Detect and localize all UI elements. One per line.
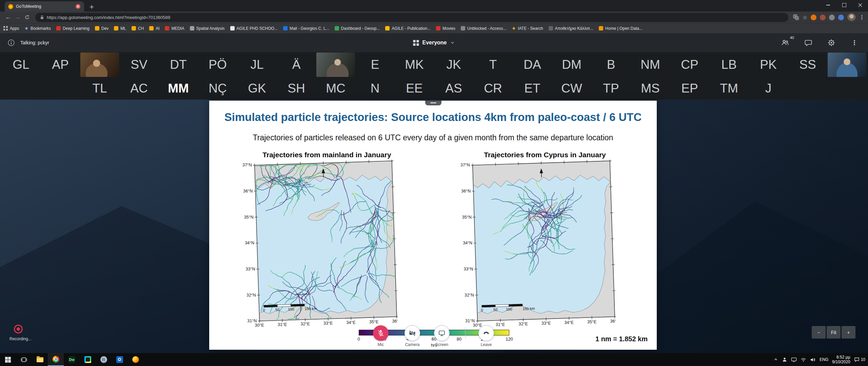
participant-tile[interactable]: SH [277, 77, 316, 100]
bookmark-item[interactable]: Deep Learning [56, 26, 90, 31]
zoom-out-button[interactable]: − [812, 326, 826, 339]
extension-icon-gray[interactable] [829, 15, 835, 20]
forward-button[interactable]: → [13, 13, 22, 22]
participant-tile[interactable]: DA [513, 52, 552, 77]
participant-tile[interactable]: ET [513, 77, 552, 100]
participant-tile[interactable]: AS [434, 77, 473, 100]
participant-tile[interactable]: EP [670, 77, 709, 100]
participant-tile[interactable]: TM [709, 77, 749, 100]
taskbar-browser-orange[interactable] [127, 353, 143, 366]
participant-tile[interactable]: GL [1, 52, 41, 77]
browser-tab-gotomeeting[interactable]: GoToMeeting [5, 1, 84, 12]
taskbar-chrome[interactable] [48, 353, 64, 366]
taskbar-outlook[interactable]: O [112, 353, 127, 366]
zoom-in-button[interactable]: + [842, 326, 855, 339]
participant-tile[interactable]: AP [41, 52, 80, 77]
bookmark-item[interactable]: CH [132, 26, 144, 31]
participant-tile[interactable]: TL [80, 77, 119, 100]
taskbar-start[interactable] [0, 353, 16, 366]
back-button[interactable]: ← [3, 13, 13, 22]
recording-indicator[interactable]: Recording... [9, 325, 40, 341]
bookmark-item[interactable]: ★Bookmarks [24, 26, 51, 31]
participant-tile[interactable]: Ä [277, 52, 316, 77]
participant-tile[interactable]: SS [788, 52, 827, 77]
participant-tile[interactable]: NÇ [198, 77, 237, 100]
audience-selector[interactable]: Everyone [413, 33, 455, 52]
browser-menu-icon[interactable] [859, 15, 865, 20]
participant-tile[interactable]: CP [670, 52, 709, 77]
bookmark-item[interactable]: Home | Open Data... [599, 26, 643, 31]
bookmark-item[interactable]: ★IATE - Search [512, 26, 543, 31]
participant-video[interactable] [827, 52, 867, 77]
screen-share-button[interactable]: Screen [434, 325, 450, 347]
taskbar-pycharm[interactable] [80, 353, 96, 366]
leave-meeting-button[interactable]: Leave [478, 325, 494, 347]
window-minimize-button[interactable] [820, 0, 836, 10]
zoom-fit-button[interactable]: Fit [827, 326, 841, 339]
extension-icon-orange[interactable] [811, 15, 816, 20]
participant-tile[interactable]: E [355, 52, 395, 77]
bookmark-item[interactable]: ML [114, 26, 126, 31]
action-center-button[interactable]: 10 [854, 357, 865, 362]
bookmark-item[interactable]: Dashboard - Geosp... [335, 26, 380, 31]
new-tab-button[interactable] [87, 2, 96, 12]
participant-tile[interactable]: EE [395, 77, 434, 100]
participant-video[interactable] [316, 52, 355, 77]
clock[interactable]: 6:52 μμ 9/10/2020 [832, 355, 850, 364]
participant-tile[interactable]: MK [395, 52, 434, 77]
viewer-drag-handle[interactable] [425, 101, 441, 105]
tray-volume-icon[interactable] [810, 357, 816, 362]
participant-tile[interactable]: DM [552, 52, 591, 77]
tray-person-icon[interactable] [782, 357, 787, 362]
participant-tile[interactable]: J [749, 77, 788, 100]
taskbar-dreamweaver[interactable]: Dw [64, 353, 80, 366]
more-options-button[interactable] [850, 38, 859, 47]
bookmark-item[interactable]: Αποθετήριο Κάλλιπ... [549, 26, 593, 31]
bookmark-item[interactable]: Apps [3, 26, 19, 31]
chat-button[interactable] [804, 38, 813, 47]
profile-avatar[interactable] [847, 13, 856, 22]
bookmark-item[interactable]: Mail - Georgios C. L... [283, 26, 329, 31]
language-indicator[interactable]: ENG [820, 357, 828, 362]
settings-button[interactable] [827, 38, 836, 47]
bookmark-item[interactable]: Movies [436, 26, 455, 31]
bookmark-item[interactable]: AI [149, 26, 159, 31]
participants-button[interactable]: 40 [781, 38, 790, 47]
url-bar[interactable]: https://app.gotomeeting.com/index.html?m… [35, 13, 788, 22]
participant-tile[interactable]: N [355, 77, 395, 100]
participant-tile[interactable]: MS [631, 77, 670, 100]
tray-chevron-up-icon[interactable] [773, 357, 778, 362]
participant-tile[interactable]: PÖ [198, 52, 237, 77]
window-close-button[interactable] [852, 0, 868, 10]
participant-tile[interactable]: JL [237, 52, 277, 77]
bookmark-item[interactable]: Unblocked - Access... [461, 26, 506, 31]
translate-icon[interactable] [793, 14, 799, 20]
participant-tile[interactable]: NM [631, 52, 670, 77]
bookmark-item[interactable]: AGILE - Publication... [385, 26, 431, 31]
bookmark-item[interactable]: Dev [95, 26, 108, 31]
tab-close-icon[interactable] [75, 4, 81, 9]
participant-tile[interactable]: LB [709, 52, 749, 77]
participant-video[interactable] [80, 52, 119, 77]
participant-tile[interactable]: B [591, 52, 631, 77]
reload-button[interactable] [22, 13, 32, 22]
participant-tile[interactable]: JK [434, 52, 473, 77]
participant-tile[interactable]: TP [591, 77, 631, 100]
tray-display-icon[interactable] [791, 357, 797, 362]
bookmark-item[interactable]: MEDIA [165, 26, 184, 31]
participant-tile[interactable]: SV [119, 52, 159, 77]
camera-button[interactable]: Camera [405, 325, 420, 347]
participant-tile[interactable]: CW [552, 77, 591, 100]
extension-icon-blue[interactable] [838, 15, 844, 20]
info-icon[interactable] [7, 39, 15, 46]
window-maximize-button[interactable] [836, 0, 852, 10]
taskbar-rstudio[interactable]: R [96, 353, 112, 366]
mute-button[interactable]: Mic [373, 325, 389, 347]
bookmark-star-icon[interactable]: ☆ [803, 14, 807, 21]
participant-tile[interactable]: AC [119, 77, 159, 100]
bookmark-item[interactable]: Spatial Analysis [190, 26, 225, 31]
participant-tile[interactable]: MM [159, 77, 198, 100]
bookmark-item[interactable]: AGILE PHD SCHOO... [230, 26, 278, 31]
taskbar-task-view[interactable] [16, 353, 32, 366]
taskbar-file-explorer[interactable] [32, 353, 48, 366]
